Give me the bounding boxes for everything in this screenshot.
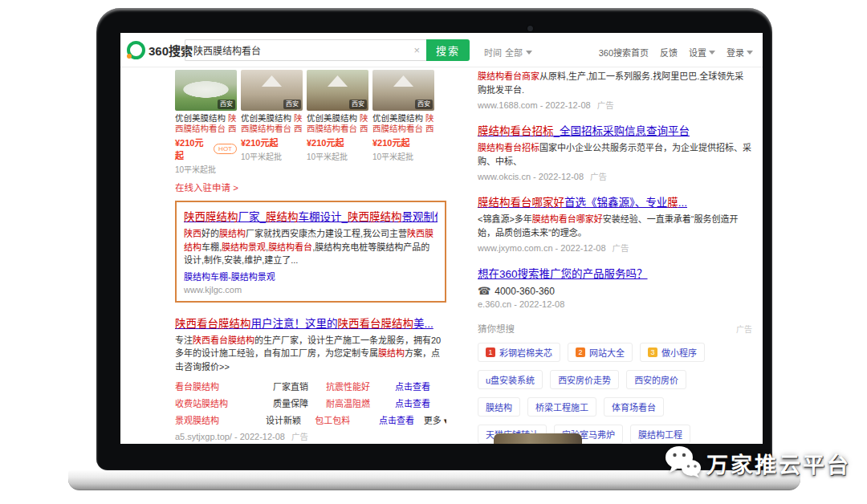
moq-label: 10平米起批 bbox=[175, 163, 237, 175]
moq-label: 10平米起批 bbox=[241, 150, 303, 162]
feature-grid-row: 景观膜结构 设计新颖 包工包料 点击查看 更多 ▾ bbox=[175, 411, 446, 428]
search-result: 陕西看台膜结构用户注意！这里的陕西看台膜结构美... 专注陕西看台膜结构的生产厂… bbox=[175, 315, 446, 443]
suggest-tag-row: u盘安装系统西安房价走势西安的房价 bbox=[478, 370, 752, 389]
chevron-down-icon bbox=[747, 51, 753, 55]
feature-link[interactable]: 景观膜结构 bbox=[175, 413, 266, 426]
suggest-tag[interactable]: 1彩钢岩棉夹芯 bbox=[478, 343, 560, 362]
feature-link[interactable]: 包工包料 bbox=[315, 413, 379, 426]
feature-link[interactable]: 看台膜结构 bbox=[175, 380, 273, 392]
ad-label: 广告 bbox=[613, 243, 629, 253]
result-snippet: <锦鑫源>多年膜结构看台哪家好安装经验、一直秉承着“服务创造开始，品质创造未来”… bbox=[478, 213, 752, 239]
suggest-section: 猜你想搜 广告 1彩钢岩棉夹芯2网站大全3做小程序 u盘安装系统西安房价走势西安… bbox=[478, 322, 752, 444]
suggest-tag[interactable]: 膜结构工程 bbox=[630, 425, 690, 444]
suggest-heading: 猜你想搜 bbox=[478, 322, 515, 335]
product-image[interactable]: 西安 bbox=[175, 70, 237, 111]
feature-grid: 看台膜结构 厂家直销 抗震性能好 点击查看 收费站膜结构 质量保障 耐高温阻燃 … bbox=[175, 377, 446, 428]
search-button[interactable]: 搜索 bbox=[426, 39, 470, 61]
price-row: ¥210元起 bbox=[241, 136, 303, 148]
result-url: www.1688.com - 2022-12-08广告 bbox=[478, 99, 752, 111]
feature-link[interactable]: 抗震性能好 bbox=[326, 380, 395, 392]
wechat-icon bbox=[665, 445, 702, 482]
price-row: ¥210元起 bbox=[372, 136, 434, 148]
ads-column: 膜结构看台商家从原料,生产,加工一系列服务.找阿里巴巴.全球领先采购批发平台. … bbox=[478, 70, 752, 444]
time-filter-value: 全部 bbox=[505, 46, 523, 59]
ad-result: 膜结构看台招标_全国招标采购信息查询平台 膜结构看台招标国家中小企业公共服务示范… bbox=[478, 122, 752, 182]
result-snippet: 专注陕西看台膜结构的生产厂家，设计生产施工一条龙服务，拥有20多年的设计施工经验… bbox=[175, 334, 446, 374]
more-link[interactable]: 更多 ▾ bbox=[424, 413, 446, 426]
highlighted-result: 陕西膜结构厂家_膜结构车棚设计_陕西膜结构景观制作_膜结构看... 陕西好的膜结… bbox=[175, 201, 446, 303]
result-title-link[interactable]: 膜结构看台招标_全国招标采购信息查询平台 bbox=[478, 122, 752, 138]
shopping-cards-row: 西安 优创美膜结构 陕西膜结构看台 西安膜结.. ¥210元起 HOT 10平米… bbox=[175, 70, 446, 175]
hot-badge: HOT bbox=[214, 144, 237, 154]
result-title-link[interactable]: 陕西膜结构厂家_膜结构车棚设计_陕西膜结构景观制作_膜结构看... bbox=[184, 208, 438, 224]
rank-badge: 3 bbox=[648, 348, 657, 357]
feedback-link[interactable]: 反馈 bbox=[660, 46, 678, 59]
search-input[interactable] bbox=[192, 44, 413, 57]
ad-result: 膜结构看台商家从原料,生产,加工一系列服务.找阿里巴巴.全球领先采购批发平台. … bbox=[478, 70, 752, 111]
product-title[interactable]: 优创美膜结构 陕西膜结构看台 西安膜结.. bbox=[372, 113, 434, 134]
suggest-tag[interactable]: 西安的房价 bbox=[626, 370, 686, 389]
suggest-tag[interactable]: 膜结构 bbox=[478, 397, 520, 417]
partial-image bbox=[494, 433, 582, 444]
time-filter-dropdown[interactable]: 时间 全部 bbox=[484, 46, 532, 59]
result-url: e.360.cn - 2022-12-08 bbox=[478, 299, 752, 309]
suggest-tag[interactable]: 桥梁工程施工 bbox=[527, 397, 596, 417]
ad-label: 广告 bbox=[590, 172, 607, 181]
rank-badge: 2 bbox=[576, 348, 585, 357]
price: ¥210元起 bbox=[241, 136, 278, 148]
result-title-link[interactable]: 陕西看台膜结构用户注意！这里的陕西看台膜结构美... bbox=[175, 315, 446, 331]
result-sublink[interactable]: 膜结构车棚-膜结构景观 bbox=[184, 270, 438, 282]
phone-icon: ☎ bbox=[478, 285, 490, 297]
result-snippet: 陕西好的膜结构厂家就找西安康杰力建设工程,我公司主营陕西膜结构车棚,膜结构景观,… bbox=[184, 227, 438, 267]
price-row: ¥210元起 bbox=[307, 136, 368, 148]
feature-text: 质量保障 bbox=[273, 396, 326, 409]
product-title[interactable]: 优创美膜结构 陕西膜结构看台 西安膜结.. bbox=[175, 113, 237, 134]
suggest-tag[interactable]: 体育场看台 bbox=[604, 397, 664, 417]
feature-link[interactable]: 耐高温阻燃 bbox=[326, 396, 395, 409]
result-url: www.kjlgc.com bbox=[184, 285, 438, 295]
logo-360[interactable]: 360搜索 bbox=[127, 41, 193, 59]
phone-row: ☎ 4000-360-360 bbox=[478, 285, 752, 297]
clear-icon[interactable]: × bbox=[413, 44, 420, 56]
feature-link[interactable]: 收费站膜结构 bbox=[175, 396, 273, 409]
promo-result: 想在360搜索推广您的产品服务吗？ ☎ 4000-360-360 e.360.c… bbox=[478, 265, 752, 309]
result-title-link[interactable]: 膜结构看台哪家好首选《锦鑫源》、专业膜... bbox=[478, 193, 752, 209]
product-image[interactable]: 西安 bbox=[241, 70, 303, 111]
view-link[interactable]: 点击查看 bbox=[395, 396, 443, 409]
login-dropdown[interactable]: 登录 bbox=[727, 46, 753, 59]
product-image[interactable]: 西安 bbox=[307, 70, 368, 111]
result-url: a5.sytjxgp.top/ - 2022-12-08广告 bbox=[175, 430, 446, 442]
search-box[interactable]: × bbox=[185, 39, 426, 61]
home-link[interactable]: 360搜索首页 bbox=[599, 46, 649, 59]
city-badge: 西安 bbox=[415, 100, 433, 109]
product-title[interactable]: 优创美膜结构 陕西膜结构看台 西安膜结.. bbox=[241, 113, 303, 134]
product-image[interactable]: 西安 bbox=[372, 70, 434, 111]
promo-title-link[interactable]: 想在360搜索推广您的产品服务吗？ bbox=[478, 265, 752, 281]
shopping-card[interactable]: 西安 优创美膜结构 陕西膜结构看台 西安膜结.. ¥210元起 10平米起批 bbox=[372, 70, 434, 175]
suggest-tag-row: 膜结构桥梁工程施工体育场看台 bbox=[478, 397, 752, 417]
suggest-tag[interactable]: 2网站大全 bbox=[568, 343, 633, 362]
suggest-tag[interactable]: 西安房价走势 bbox=[550, 370, 619, 389]
moq-label: 10平米起批 bbox=[307, 150, 368, 162]
settings-dropdown[interactable]: 设置 bbox=[689, 46, 715, 59]
shopping-card[interactable]: 西安 优创美膜结构 陕西膜结构看台 西安膜结.. ¥210元起 10平米起批 bbox=[307, 70, 368, 175]
browser-screen: 360搜索 × 搜索 时间 全部 360搜索首页 反馈 设置 登录 bbox=[120, 33, 763, 444]
suggest-tag-row: 1彩钢岩棉夹芯2网站大全3做小程序 bbox=[478, 343, 752, 362]
merchant-apply-link[interactable]: 在线入驻申请 > bbox=[175, 181, 446, 193]
feature-grid-row: 看台膜结构 厂家直销 抗震性能好 点击查看 bbox=[175, 377, 446, 394]
watermark: 万家推云平台 bbox=[665, 445, 851, 482]
suggest-tag[interactable]: 3做小程序 bbox=[640, 343, 705, 362]
phone-number: 4000-360-360 bbox=[495, 286, 555, 297]
product-title[interactable]: 优创美膜结构 陕西膜结构看台 西安膜结.. bbox=[307, 113, 368, 134]
result-url: www.okcis.cn - 2022-12-08广告 bbox=[478, 170, 752, 182]
view-link[interactable]: 点击查看 bbox=[379, 413, 424, 426]
ad-label: 广告 bbox=[597, 100, 614, 110]
shopping-card[interactable]: 西安 优创美膜结构 陕西膜结构看台 西安膜结.. ¥210元起 10平米起批 bbox=[241, 70, 303, 175]
shopping-card[interactable]: 西安 优创美膜结构 陕西膜结构看台 西安膜结.. ¥210元起 HOT 10平米… bbox=[175, 70, 237, 175]
watermark-text: 万家推云平台 bbox=[706, 448, 851, 479]
rank-badge: 1 bbox=[486, 348, 495, 357]
suggest-tag[interactable]: u盘安装系统 bbox=[478, 370, 543, 389]
ad-label: 广告 bbox=[291, 432, 308, 441]
view-link[interactable]: 点击查看 bbox=[395, 380, 443, 392]
laptop-mockup: 360搜索 × 搜索 时间 全部 360搜索首页 反馈 设置 登录 bbox=[0, 0, 867, 504]
